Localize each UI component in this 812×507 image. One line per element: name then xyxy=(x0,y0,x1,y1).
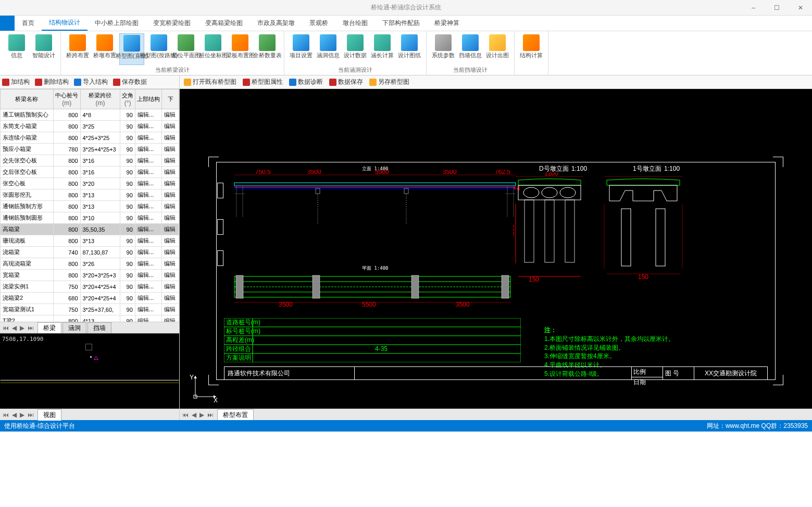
ribbon-桥型图(按路线)[interactable]: 桥型图(按路线) xyxy=(146,33,171,65)
preview-panel[interactable]: 7508,17.1090 xyxy=(0,333,179,409)
ribbon-桥型图(直做)[interactable]: 桥型图(直做) xyxy=(119,33,144,65)
menu-file[interactable] xyxy=(0,16,15,31)
tab-nav[interactable]: ◀ xyxy=(10,324,18,332)
tab-nav[interactable]: ▶ xyxy=(18,411,26,419)
ribbon-挡墙信息[interactable]: 挡墙信息 xyxy=(458,33,483,65)
ribbon-系统参数[interactable]: 系统参数 xyxy=(431,33,456,65)
tab-nav[interactable]: ◀ xyxy=(190,411,198,419)
tab-nav[interactable]: ⏭ xyxy=(26,324,35,332)
menu-2[interactable]: 中小桥上部绘图 xyxy=(88,16,146,31)
tab-nav[interactable]: ▶ xyxy=(198,411,206,419)
table-row[interactable]: 东连续小箱梁8004*25+3*2590编辑...编辑 xyxy=(1,132,179,144)
ribbon-智能设计[interactable]: 智能设计 xyxy=(31,33,56,74)
tab-桥梁[interactable]: 桥梁 xyxy=(38,322,61,334)
table-row[interactable]: 交先张空心板8003*1690编辑...编辑 xyxy=(1,155,179,167)
tool-删除结构[interactable]: 删除结构 xyxy=(35,78,69,86)
tab-视图[interactable]: 视图 xyxy=(38,409,61,421)
table-row[interactable]: 通钢筋预制方形8003*1390编辑...编辑 xyxy=(1,201,179,212)
ribbon-涵长计算[interactable]: 涵长计算 xyxy=(370,33,395,65)
menu-6[interactable]: 景观桥 xyxy=(302,16,335,31)
canvas-tab-strip: ⏮◀▶⏭ 桥型布置 xyxy=(180,409,812,420)
svg-text:4-35: 4-35 xyxy=(375,345,388,352)
svg-text:150: 150 xyxy=(638,273,648,281)
ribbon-设计图纸[interactable]: 设计图纸 xyxy=(397,33,422,65)
ucs-icon: XY xyxy=(188,373,219,404)
menu-0[interactable]: 首页 xyxy=(15,16,42,31)
table-row[interactable]: 张空心板8003*2090编辑...编辑 xyxy=(1,178,179,189)
table-row[interactable]: 高现浇箱梁8003*2690编辑...编辑 xyxy=(1,258,179,270)
table-row[interactable]: 交后张空心板8003*1690编辑...编辑 xyxy=(1,167,179,178)
col-交角[interactable]: 交角(°) xyxy=(120,90,135,109)
tool-保存数据[interactable]: 保存数据 xyxy=(113,78,147,86)
svg-text:5500: 5500 xyxy=(375,170,389,175)
ribbon-桥墩布置[interactable]: 桥墩布置 xyxy=(92,33,117,65)
ribbon-桥位平面图[interactable]: 桥位平面图 xyxy=(173,33,198,65)
tab-nav[interactable]: ◀ xyxy=(10,411,18,419)
svg-text:高程差(m): 高程差(m) xyxy=(226,336,254,344)
menu-8[interactable]: 下部构件配筋 xyxy=(375,16,427,31)
tab-nav[interactable]: ⏮ xyxy=(1,324,10,332)
menu-4[interactable]: 变高箱梁绘图 xyxy=(198,16,250,31)
cad-canvas[interactable]: 立面 1:400 750.5 3500 5500 3500 762.5 xyxy=(180,89,812,420)
table-row[interactable]: 通工钢筋预制实心8004*890编辑...编辑 xyxy=(1,109,179,121)
menu-7[interactable]: 墩台绘图 xyxy=(335,16,375,31)
menu-3[interactable]: 变宽桥梁绘图 xyxy=(146,16,198,31)
menu-9[interactable]: 桥梁神算 xyxy=(427,16,467,31)
另存桥型图-icon xyxy=(369,79,377,86)
ribbon-桥跨布置[interactable]: 桥跨布置 xyxy=(65,33,90,65)
tool-打开既有桥型图[interactable]: 打开既有桥型图 xyxy=(184,78,236,86)
打开既有桥型图-icon xyxy=(184,79,191,86)
ribbon-设计出图[interactable]: 设计出图 xyxy=(485,33,510,65)
tool-桥型图属性[interactable]: 桥型图属性 xyxy=(243,78,283,86)
桥位平面图-icon xyxy=(178,34,194,51)
ribbon-桩位坐标图[interactable]: 桩位坐标图 xyxy=(201,33,226,65)
col-桥梁名称[interactable]: 桥梁名称 xyxy=(1,90,54,109)
tab-桥型布置[interactable]: 桥型布置 xyxy=(217,409,254,421)
ribbon-涵洞信息[interactable]: 涵洞信息 xyxy=(316,33,341,65)
tab-nav[interactable]: ⏭ xyxy=(206,411,215,419)
menu-1[interactable]: 结构物设计 xyxy=(42,16,88,31)
table-row[interactable]: 宽箱梁测试17503*25+37,60,90编辑...编辑 xyxy=(1,304,179,315)
col-上部结构[interactable]: 上部结构 xyxy=(135,90,162,109)
svg-rect-11 xyxy=(234,183,516,186)
tool-加结构[interactable]: 加结构 xyxy=(2,78,30,86)
table-row[interactable]: 浇箱梁74087,130,8790编辑...编辑 xyxy=(1,247,179,258)
tab-nav[interactable]: ⏮ xyxy=(181,411,190,419)
tab-涵洞[interactable]: 涵洞 xyxy=(63,322,86,334)
col-下[interactable]: 下 xyxy=(162,90,179,109)
table-row[interactable]: 高箱梁80035,50,3590编辑...编辑 xyxy=(1,224,179,235)
tool-导入结构[interactable]: 导入结构 xyxy=(74,78,108,86)
tool-数据诊断[interactable]: 数据诊断 xyxy=(289,78,323,86)
table-row[interactable]: 预应小箱梁7803*25+4*25+390编辑...编辑 xyxy=(1,144,179,155)
svg-rect-24 xyxy=(313,275,320,298)
tab-挡墙[interactable]: 挡墙 xyxy=(88,322,111,334)
table-row[interactable]: 通钢筋预制圆形8003*1090编辑...编辑 xyxy=(1,212,179,224)
window-minimize-button[interactable]: – xyxy=(742,0,765,16)
table-row[interactable]: 张圆形挖孔8003*1390编辑...编辑 xyxy=(1,189,179,201)
table-row[interactable]: 珊现浇板8003*1390编辑...编辑 xyxy=(1,235,179,247)
ribbon-项目设置[interactable]: 项目设置 xyxy=(289,33,314,65)
table-row[interactable]: 浇梁实例17503*20+4*25+490编辑...编辑 xyxy=(1,281,179,293)
tool-数据保存[interactable]: 数据保存 xyxy=(329,78,363,86)
col-中心桩号[interactable]: 中心桩号(m) xyxy=(53,90,80,109)
bridge-table[interactable]: 桥梁名称中心桩号(m)桥梁跨径(m)交角(°)上部结构下 通工钢筋预制实心800… xyxy=(0,89,179,322)
table-row[interactable]: 宽箱梁8003*20+3*25+390编辑...编辑 xyxy=(1,270,179,281)
ribbon-设计数据[interactable]: 设计数据 xyxy=(343,33,368,65)
window-maximize-button[interactable]: ☐ xyxy=(765,0,789,16)
ribbon-结构计算[interactable]: 结构计算 xyxy=(519,33,544,74)
table-row[interactable]: 东简支小箱梁8003*2590编辑...编辑 xyxy=(1,121,179,132)
tool-另存桥型图[interactable]: 另存桥型图 xyxy=(369,78,409,86)
ribbon-梁板布置图[interactable]: 梁板布置图 xyxy=(228,33,253,65)
tab-nav[interactable]: ⏭ xyxy=(26,411,35,419)
svg-rect-23 xyxy=(236,275,243,298)
table-row[interactable]: 浇箱梁26803*20+4*25+490编辑...编辑 xyxy=(1,293,179,304)
table-row[interactable]: T梁28004*1390编辑...编辑 xyxy=(1,315,179,322)
ribbon-全桥数量表[interactable]: 全桥数量表 xyxy=(255,33,280,65)
svg-marker-66 xyxy=(194,376,197,378)
tab-nav[interactable]: ▶ xyxy=(18,324,26,332)
col-桥梁跨径[interactable]: 桥梁跨径(m) xyxy=(80,90,120,109)
tab-nav[interactable]: ⏮ xyxy=(1,411,10,419)
ribbon-信息[interactable]: 信息 xyxy=(4,33,29,74)
menu-5[interactable]: 市政及高架墩 xyxy=(250,16,302,31)
window-close-button[interactable]: ✕ xyxy=(789,0,812,16)
